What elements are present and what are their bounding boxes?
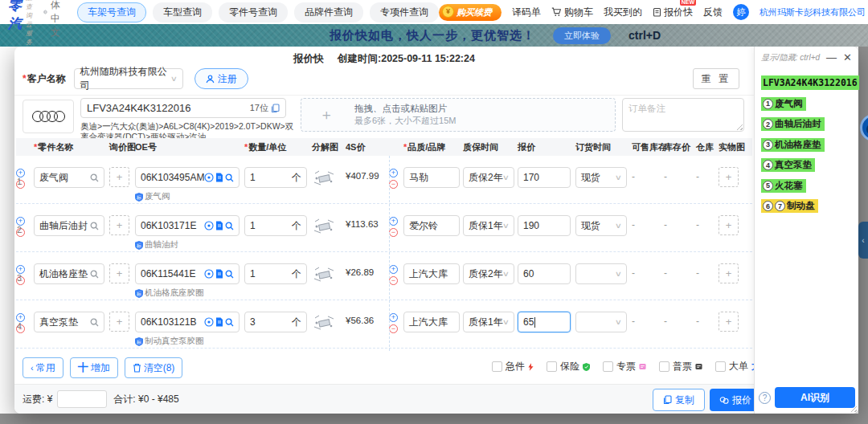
decode-sheet-link[interactable]: 译码单 <box>512 6 541 19</box>
tab-part-number-query[interactable]: 零件号查询 <box>219 2 288 22</box>
quote-price-input[interactable]: 190 <box>518 215 571 236</box>
cart-link[interactable]: 购物车 <box>551 6 593 19</box>
real-photo-add[interactable]: + <box>719 167 739 187</box>
real-photo-add[interactable]: + <box>719 263 739 283</box>
flag-urgent[interactable]: 急件 <box>492 360 534 373</box>
remove-brand-row-icon[interactable]: − <box>389 276 398 285</box>
warranty-select[interactable]: 质保2年∨ <box>463 167 514 188</box>
delivery-select[interactable]: ∨ <box>575 263 627 284</box>
flag-general-invoice[interactable]: 普票 <box>659 360 702 373</box>
company-name[interactable]: 杭州玛斯卡彭科技有限公司 <box>760 6 866 18</box>
search-icon[interactable] <box>90 222 99 230</box>
diagram-thumbnail[interactable] <box>312 169 336 191</box>
order-remark-textarea[interactable]: 订单备注 <box>622 98 744 132</box>
tab-special-part-query[interactable]: 专项件查询 <box>370 2 439 22</box>
sidebar-part-item[interactable]: 5火花塞 <box>761 177 854 193</box>
ai-recognize-button[interactable]: AI识别 <box>775 387 855 408</box>
flag-insurance[interactable]: 保险 <box>547 360 590 373</box>
language-switcher[interactable]: 简体中文 <box>43 0 66 39</box>
user-avatar[interactable]: 婷 <box>733 4 749 20</box>
freight-input[interactable] <box>57 390 107 408</box>
search-icon[interactable] <box>90 270 99 279</box>
big-order-checkbox[interactable] <box>715 361 726 372</box>
part-name-input[interactable]: 曲轴后油封 <box>34 215 104 236</box>
copy-button[interactable]: 复制 <box>653 389 705 411</box>
image-upload-dropzone[interactable]: ＋ 拖拽、点击或粘贴图片 最多6张，大小不超过15M <box>301 98 616 132</box>
diagram-thumbnail[interactable] <box>312 217 336 239</box>
part-name-input[interactable]: 机油格座垫 <box>34 263 104 284</box>
general-invoice-checkbox[interactable] <box>659 361 669 372</box>
doc-icon[interactable] <box>215 173 223 182</box>
brand-input[interactable]: 爱尔铃 <box>403 215 460 236</box>
flag-special-invoice[interactable]: 专票 <box>603 360 646 373</box>
brand-input[interactable]: 上汽大库 <box>403 263 460 284</box>
floating-widget-icon[interactable] <box>860 114 868 141</box>
diagram-thumbnail[interactable] <box>312 265 336 287</box>
sidebar-part-item[interactable]: 2曲轴后油封 <box>761 116 854 132</box>
tab-brand-part-query[interactable]: 品牌件查询 <box>294 2 363 22</box>
delivery-select[interactable]: 现货∨ <box>575 215 627 236</box>
clear-all-button[interactable]: 清空(8) <box>125 357 183 378</box>
oe-number-input[interactable]: 06K103121B <box>135 312 240 332</box>
feedback-link[interactable]: 反馈 <box>703 6 723 19</box>
oe-search-icon[interactable] <box>225 173 234 182</box>
quantity-unit-input[interactable]: 1个 <box>244 167 307 188</box>
part-name-input[interactable]: 真空泵垫 <box>34 312 104 332</box>
purchased-link[interactable]: 我买到的 <box>604 6 642 19</box>
sidebar-part-item[interactable]: 4真空泵垫 <box>761 157 854 173</box>
quantity-unit-input[interactable]: 3个 <box>244 312 307 332</box>
quote-price-input[interactable]: 60 <box>518 263 571 284</box>
client-select[interactable]: 杭州随助科技有限公司∨ <box>74 68 183 89</box>
epc-disc-icon[interactable] <box>204 269 214 279</box>
add-brand-row-icon[interactable]: + <box>389 265 398 274</box>
doc-icon[interactable] <box>215 221 223 230</box>
brand-input[interactable]: 上汽大库 <box>403 312 460 332</box>
epc-disc-icon[interactable] <box>204 317 214 327</box>
copy-icon[interactable] <box>271 104 280 113</box>
real-photo-add[interactable]: + <box>719 215 739 235</box>
oe-number-input[interactable]: 06K103495AM <box>135 167 240 188</box>
remove-brand-row-icon[interactable]: − <box>389 180 398 189</box>
add-brand-row-icon[interactable]: + <box>389 217 398 226</box>
tab-model-query[interactable]: 车型查询 <box>153 2 212 22</box>
special-invoice-checkbox[interactable] <box>603 361 613 372</box>
remove-brand-row-icon[interactable]: − <box>389 228 398 237</box>
sidebar-part-item[interactable]: 67制动盘 <box>761 198 854 214</box>
sidebar-part-item[interactable]: 1废气阀 <box>761 95 854 111</box>
minimize-icon[interactable]: — <box>826 54 837 62</box>
oe-number-input[interactable]: 06K115441E <box>135 263 240 284</box>
inquiry-image-add[interactable]: + <box>109 312 129 332</box>
search-icon[interactable] <box>90 173 99 182</box>
epc-disc-icon[interactable] <box>204 221 214 230</box>
try-now-button[interactable]: 立即体验 <box>553 27 611 44</box>
diagram-thumbnail[interactable] <box>312 313 336 336</box>
quote-price-input[interactable]: 170 <box>518 167 571 188</box>
oe-search-icon[interactable] <box>225 222 234 230</box>
warranty-select[interactable]: 质保1年∨ <box>463 215 514 236</box>
quantity-unit-input[interactable]: 1个 <box>244 215 307 236</box>
help-icon[interactable]: ? <box>759 392 771 404</box>
search-icon[interactable] <box>90 318 99 327</box>
insurance-checkbox[interactable] <box>547 361 557 372</box>
doc-icon[interactable] <box>215 317 223 327</box>
warranty-select[interactable]: 质保1年∨ <box>463 312 514 332</box>
inquiry-image-add[interactable]: + <box>109 263 129 283</box>
renew-button[interactable]: ¥购买续费 <box>439 4 502 21</box>
add-row-button[interactable]: 十增加 <box>70 357 118 378</box>
delivery-select[interactable]: 现货∨ <box>575 167 627 188</box>
tab-vin-query[interactable]: 车架号查询 <box>77 2 146 22</box>
warranty-select[interactable]: 质保2年∨ <box>463 263 514 284</box>
part-name-input[interactable]: 废气阀 <box>34 167 104 188</box>
resize-grip[interactable] <box>736 124 743 130</box>
reset-button[interactable]: 重 置 <box>693 68 739 89</box>
register-button[interactable]: 注册 <box>194 68 248 89</box>
vin-input[interactable]: LFV3A24K4K3122016 17位 <box>80 98 286 118</box>
oe-search-icon[interactable] <box>225 270 234 279</box>
oe-search-icon[interactable] <box>225 318 234 327</box>
collapse-panel-handle[interactable]: ‹ <box>858 222 868 259</box>
real-photo-add[interactable]: + <box>719 312 739 332</box>
doc-icon[interactable] <box>215 269 223 279</box>
urgent-checkbox[interactable] <box>492 361 502 372</box>
close-icon[interactable]: ✕ <box>843 54 852 62</box>
quote-fast-link[interactable]: NEW 报价快 <box>653 6 693 19</box>
